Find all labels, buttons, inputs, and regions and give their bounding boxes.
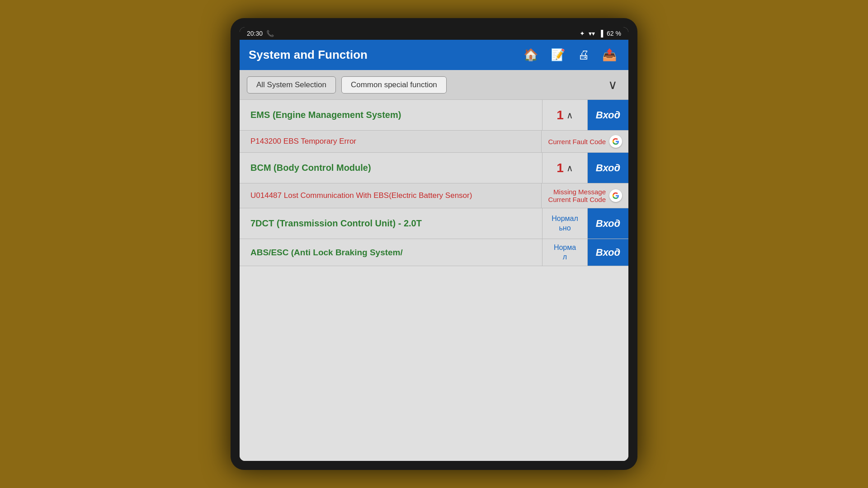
7dct-enter-button[interactable]: Вход — [588, 208, 628, 239]
bcm-google-search-icon[interactable] — [609, 189, 622, 202]
ems-expand-icon[interactable]: ∧ — [566, 110, 573, 121]
ems-name: EMS (Engine Management System) — [250, 110, 401, 120]
abs-name: ABS/ESC (Anti Lock Braking System/ — [250, 248, 403, 258]
dropdown-chevron[interactable]: ∨ — [604, 75, 621, 94]
tab-bar: All System Selection Common special func… — [240, 70, 628, 100]
status-left: 20:30 📞 — [247, 30, 274, 37]
edit-icon[interactable]: 📝 — [548, 45, 568, 65]
ems-error-status: Current Fault Code — [548, 138, 606, 145]
bcm-name-cell: BCM (Body Control Module) — [240, 153, 542, 183]
7dct-name: 7DCT (Transmission Control Unit) - 2.0T — [250, 218, 422, 229]
abs-enter-button[interactable]: Вход — [588, 239, 628, 266]
error-row-ems: P143200 EBS Temporary Error Current Faul… — [240, 131, 628, 153]
app-header: System and Function 🏠 📝 🖨 📤 — [240, 40, 628, 70]
status-bar: 20:30 📞 ✦ ▾▾ ▐ 62 % — [240, 27, 628, 40]
system-row-abs: ABS/ESC (Anti Lock Braking System/ Норма… — [240, 239, 628, 266]
tab-all-system[interactable]: All System Selection — [247, 76, 336, 94]
page-title: System and Function — [249, 48, 368, 62]
ems-count-cell: 1 ∧ — [542, 100, 588, 130]
exit-icon[interactable]: 📤 — [599, 45, 619, 65]
bcm-enter-button[interactable]: Вход — [588, 153, 628, 183]
system-row-7dct: 7DCT (Transmission Control Unit) - 2.0T … — [240, 208, 628, 239]
ems-error-status-cell: Current Fault Code — [542, 131, 628, 152]
system-list: EMS (Engine Management System) 1 ∧ Вход … — [240, 100, 628, 461]
bcm-count-cell: 1 ∧ — [542, 153, 588, 183]
home-icon[interactable]: 🏠 — [521, 45, 541, 65]
bcm-error-status-cell: Missing MessageCurrent Fault Code — [542, 183, 628, 208]
system-row-bcm: BCM (Body Control Module) 1 ∧ Вход — [240, 153, 628, 183]
bcm-error-status: Missing MessageCurrent Fault Code — [548, 188, 606, 203]
abs-status: Нормал — [554, 243, 576, 262]
system-row-ems: EMS (Engine Management System) 1 ∧ Вход — [240, 100, 628, 131]
battery-percent: 62 % — [607, 30, 621, 37]
print-icon[interactable]: 🖨 — [575, 45, 592, 65]
status-right: ✦ ▾▾ ▐ 62 % — [580, 30, 621, 37]
abs-status-cell: Нормал — [542, 239, 588, 266]
device-frame: 20:30 📞 ✦ ▾▾ ▐ 62 % System and Function … — [231, 18, 637, 470]
ems-error-info: P143200 EBS Temporary Error — [240, 131, 542, 152]
bluetooth-icon: ✦ — [580, 30, 585, 37]
bcm-expand-icon[interactable]: ∧ — [566, 163, 573, 174]
ems-name-cell: EMS (Engine Management System) — [240, 100, 542, 130]
ems-enter-button[interactable]: Вход — [588, 100, 628, 130]
header-toolbar: 🏠 📝 🖨 📤 — [521, 45, 619, 65]
7dct-name-cell: 7DCT (Transmission Control Unit) - 2.0T — [240, 208, 542, 239]
ems-error-code: P143200 EBS Temporary Error — [250, 137, 356, 146]
time-display: 20:30 — [247, 30, 263, 37]
wifi-icon: ▾▾ — [589, 30, 595, 37]
7dct-status-cell: Нормально — [542, 208, 588, 239]
ems-fault-count: 1 — [557, 108, 564, 122]
error-row-bcm: U014487 Lost Communication With EBS(Elec… — [240, 183, 628, 208]
7dct-status: Нормально — [552, 214, 578, 233]
tab-common-function[interactable]: Common special function — [341, 76, 447, 94]
battery-display: ▐ — [599, 30, 603, 37]
screen: 20:30 📞 ✦ ▾▾ ▐ 62 % System and Function … — [240, 27, 628, 461]
bcm-fault-count: 1 — [557, 161, 564, 175]
abs-name-cell: ABS/ESC (Anti Lock Braking System/ — [240, 239, 542, 266]
bcm-name: BCM (Body Control Module) — [250, 163, 371, 173]
ems-google-search-icon[interactable] — [609, 135, 622, 148]
phone-icon: 📞 — [266, 30, 274, 37]
bcm-error-info: U014487 Lost Communication With EBS(Elec… — [240, 183, 542, 208]
bcm-error-code: U014487 Lost Communication With EBS(Elec… — [250, 191, 472, 200]
